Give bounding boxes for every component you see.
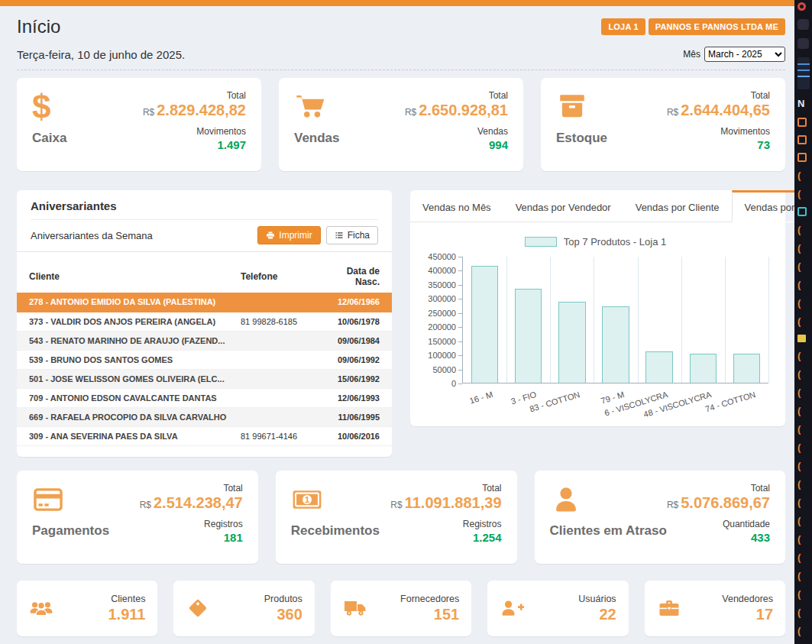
tab-vendas-por-vendedor[interactable]: Vendas por Vendedor (503, 190, 623, 222)
card-title: Estoque (556, 131, 655, 146)
background-window-strip: N(((((((((((((((((((((((( (794, 0, 812, 644)
orange-box-icon (797, 135, 807, 144)
company-badge[interactable]: PANNOS E PANNOS LTDA ME (649, 18, 785, 35)
count-card-label: Produtos (210, 594, 302, 604)
sales-chart-panel: Vendas no MêsVendas por VendedorVendas p… (410, 190, 785, 426)
client-name: 373 - VALDIR DOS ANJOS PEREIRA (ANGELA) (17, 312, 228, 331)
count-label: Quantidade (651, 519, 770, 529)
count-value: 994 (393, 138, 508, 151)
chart-y-axis: 0500001000001500002000002500003000003500… (422, 257, 462, 383)
briefcase-icon (657, 597, 681, 620)
tag-icon (186, 597, 210, 620)
client-phone: 81 99828-6185 (228, 312, 319, 331)
client-name: 539 - BRUNO DOS SANTOS GOMES (17, 350, 228, 369)
x-tick-label: 16 - M (468, 390, 493, 406)
card-title: Clientes em Atraso (550, 523, 652, 539)
client-phone: 81 99671-4146 (228, 426, 319, 445)
orange-box-icon (797, 118, 807, 127)
user-plus-icon (500, 597, 524, 620)
summary-card-estoque: EstoqueTotalR$2.644.404,65Movimentos73 (541, 78, 785, 171)
count-card-label: Fornecedores (367, 594, 459, 604)
orange-glyph-icon: ( (797, 298, 801, 308)
orange-glyph-icon: ( (797, 626, 801, 636)
count-card-produtos: Produtos360 (173, 581, 314, 636)
count-card-value: 17 (681, 606, 773, 623)
tab-vendas-por-cliente[interactable]: Vendas por Cliente (623, 190, 732, 222)
orange-glyph-icon: ( (797, 369, 801, 379)
month-select-label: Mês (683, 49, 700, 60)
client-phone (228, 293, 319, 312)
birthday-row[interactable]: 543 - RENATO MARINHO DE ARAUJO (FAZEND..… (17, 331, 392, 350)
count-value: 1.254 (388, 531, 502, 544)
col-header-data-nasc: Data de Nasc. (319, 262, 392, 293)
count-value: 181 (129, 531, 243, 544)
summary-cards-top-row: $CaixaTotalR$2.829.428,82Movimentos1.497… (17, 78, 785, 171)
birthday-row[interactable]: 501 - JOSE WELISSON GOMES OLIVEIRA (ELC.… (17, 369, 392, 388)
client-birthdate: 09/06/1984 (319, 331, 392, 350)
col-header-telefone: Telefone (228, 262, 319, 293)
y-tick-label: 100000 (428, 351, 456, 360)
count-label: Vendas (393, 126, 508, 137)
month-select[interactable]: March - 2025 (704, 47, 785, 62)
client-phone (228, 369, 319, 388)
count-card-label: Clientes (53, 594, 145, 604)
chart-plot-area (462, 257, 768, 383)
count-card-clientes: Clientes1.911 (17, 581, 157, 636)
ficha-button[interactable]: Ficha (326, 226, 378, 244)
users-icon (29, 597, 53, 620)
count-card-value: 1.911 (53, 606, 145, 623)
count-card-value: 360 (210, 606, 302, 623)
birthday-row[interactable]: 669 - RAFAELA PROCOPIO DA SILVA CARVALHO… (17, 407, 392, 426)
orange-glyph-icon: ( (797, 442, 801, 452)
total-label: Total (393, 90, 508, 101)
date-row: Terça-feira, 10 de junho de 2025. Mês Ma… (17, 47, 785, 70)
box-icon (556, 88, 655, 126)
top-navbar (0, 0, 794, 6)
client-birthdate: 10/06/2016 (319, 426, 392, 445)
client-name: 309 - ANA SEVERINA PAES DA SILVA (17, 426, 228, 445)
total-value: R$2.514.238,47 (129, 494, 243, 512)
tab-vendas-no-mês[interactable]: Vendas no Mês (410, 190, 503, 222)
birthday-row[interactable]: 278 - ANTONIO EMIDIO DA SILVA (PALESTINA… (17, 293, 392, 312)
birthday-row[interactable]: 709 - ANTONIO EDSON CAVALCANTE DANTAS12/… (17, 388, 392, 407)
total-label: Total (129, 483, 243, 494)
total-label: Total (388, 483, 502, 494)
y-tick-label: 200000 (428, 322, 456, 332)
page-title: Início (17, 16, 60, 37)
client-phone (228, 407, 319, 426)
gridline (638, 257, 639, 383)
gridline (506, 257, 507, 383)
client-name: 669 - RAFAELA PROCOPIO DA SILVA CARVALHO (17, 407, 228, 426)
y-tick-label: 350000 (428, 280, 456, 290)
legend-swatch (525, 237, 557, 247)
orange-glyph-icon: ( (797, 280, 801, 290)
bar-83---cotton (558, 302, 585, 383)
client-birthdate: 12/06/1993 (319, 388, 392, 407)
orange-glyph-icon: ( (797, 461, 801, 471)
mini-chart-icon (797, 57, 810, 89)
red-circle-icon (797, 2, 806, 11)
store-badge[interactable]: LOJA 1 (601, 18, 645, 35)
x-tick-label: 83 - COTTON (529, 390, 581, 413)
count-card-usuarios: Usuários22 (487, 581, 628, 636)
client-birthdate: 09/06/1992 (319, 350, 392, 369)
print-button[interactable]: Imprimir (257, 226, 320, 244)
orange-glyph-icon: ( (797, 351, 801, 361)
gridline (550, 257, 551, 383)
orange-glyph-icon: ( (797, 571, 801, 581)
birthday-row[interactable]: 539 - BRUNO DOS SANTOS GOMES09/06/1992 (17, 350, 392, 369)
bar-79---m (602, 306, 629, 383)
count-card-label: Vendedores (681, 594, 773, 604)
sales-tabs: Vendas no MêsVendas por VendedorVendas p… (410, 190, 785, 222)
count-label: Registros (388, 519, 502, 529)
birthday-row[interactable]: 309 - ANA SEVERINA PAES DA SILVA81 99671… (17, 426, 392, 445)
count-label: Registros (129, 519, 243, 529)
birthday-row[interactable]: 373 - VALDIR DOS ANJOS PEREIRA (ANGELA)8… (17, 312, 392, 331)
total-label: Total (651, 483, 770, 494)
orange-glyph-icon: ( (797, 316, 801, 326)
count-card-fornecedores: Fornecedores151 (331, 581, 471, 636)
card-title: Vendas (294, 131, 393, 146)
bar-chart: 0500001000001500002000002500003000003500… (422, 257, 768, 383)
summary-card-pagamentos: PagamentosTotalR$2.514.238,47Registros18… (17, 471, 258, 564)
printer-icon (266, 231, 275, 240)
